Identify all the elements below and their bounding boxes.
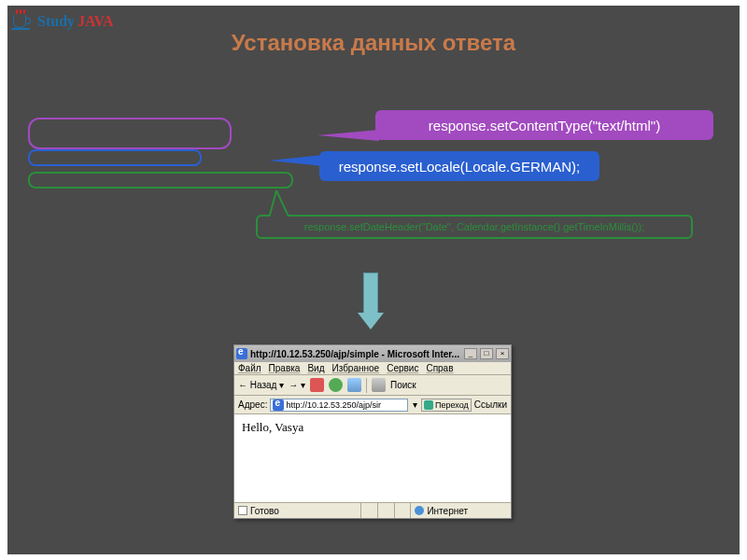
home-icon[interactable]: [347, 378, 361, 392]
callout-date-header: response.setDateHeader("Date", Calendar.…: [256, 215, 693, 239]
logo-study-text: Study: [37, 13, 75, 30]
callout-content-type-label: response.setContentType("text/html"): [429, 118, 660, 133]
done-icon: [238, 506, 247, 515]
browser-title: http://10.12.53.250/ajp/simple - Microso…: [250, 349, 461, 359]
address-dropdown-icon[interactable]: ▾: [411, 399, 418, 410]
page-body-text: Hello, Vasya: [242, 420, 303, 434]
forward-button[interactable]: → ▾: [289, 380, 305, 390]
maximize-button[interactable]: □: [480, 348, 493, 359]
browser-window: http://10.12.53.250/ajp/simple - Microso…: [233, 344, 512, 519]
menu-edit[interactable]: Правка: [269, 363, 301, 373]
address-label: Адрес:: [238, 399, 267, 410]
callout-locale-label: response.setLocale(Locale.GERMAN);: [339, 159, 580, 175]
logo-java-text: JAVA: [78, 13, 114, 30]
svg-marker-0: [269, 190, 289, 218]
ie-icon: [236, 348, 247, 359]
menu-view[interactable]: Вид: [307, 363, 324, 373]
address-value: http://10.12.53.250/ajp/sir: [286, 400, 381, 410]
stop-icon[interactable]: [310, 378, 324, 392]
callout-tail-icon: [269, 190, 289, 218]
placeholder-box-green: [28, 172, 293, 189]
links-toolbar[interactable]: Ссылки: [474, 399, 507, 410]
svg-rect-1: [269, 217, 289, 218]
toolbar-separator: [366, 378, 367, 393]
refresh-icon[interactable]: [329, 378, 343, 392]
slide-canvas: Study JAVA Установка данных ответа respo…: [7, 6, 740, 554]
go-icon: [424, 400, 433, 410]
browser-menubar: Файл Правка Вид Избранное Сервис Справ: [234, 362, 511, 375]
browser-content: Hello, Vasya: [234, 414, 511, 502]
search-icon[interactable]: [372, 378, 386, 392]
ie-page-icon: [273, 399, 284, 411]
menu-tools[interactable]: Сервис: [387, 363, 418, 373]
internet-zone-icon: [415, 506, 424, 515]
menu-help[interactable]: Справ: [426, 363, 453, 373]
back-button[interactable]: ← Назад ▾: [238, 380, 284, 390]
address-input[interactable]: http://10.12.53.250/ajp/sir: [270, 399, 408, 412]
callout-locale: response.setLocale(Locale.GERMAN);: [319, 151, 599, 181]
browser-statusbar: Готово Интернет: [234, 502, 511, 518]
placeholder-box-blue: [28, 149, 202, 166]
callout-content-type: response.setContentType("text/html"): [375, 110, 713, 140]
placeholder-box-purple: [28, 118, 232, 149]
callout-date-header-label: response.setDateHeader("Date", Calendar.…: [304, 221, 644, 232]
browser-addressbar: Адрес: http://10.12.53.250/ajp/sir ▾ Пер…: [234, 396, 511, 414]
status-zone: Интернет: [427, 506, 468, 516]
go-button[interactable]: Переход: [421, 399, 472, 412]
slide-title: Установка данных ответа: [7, 30, 740, 56]
browser-titlebar: http://10.12.53.250/ajp/simple - Microso…: [234, 345, 511, 362]
menu-file[interactable]: Файл: [238, 363, 261, 373]
search-button[interactable]: Поиск: [390, 380, 416, 390]
minimize-button[interactable]: _: [464, 348, 477, 359]
arrow-down-icon: [358, 273, 384, 329]
close-button[interactable]: ×: [496, 348, 509, 359]
menu-favorites[interactable]: Избранное: [331, 363, 379, 373]
status-text: Готово: [250, 506, 279, 516]
browser-toolbar: ← Назад ▾ → ▾ Поиск: [234, 375, 511, 396]
